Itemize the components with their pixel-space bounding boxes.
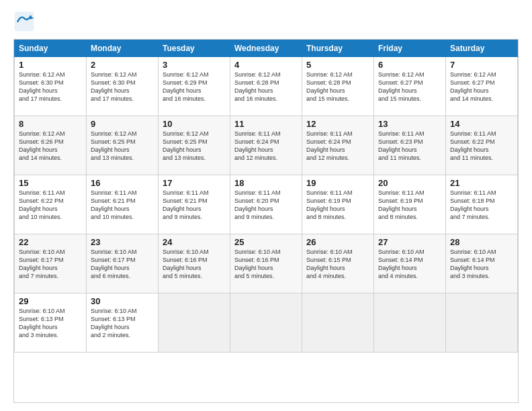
day-number: 12 bbox=[306, 119, 369, 129]
calendar-cell: 25 Sunrise: 6:10 AM Sunset: 6:16 PM Dayl… bbox=[230, 234, 302, 293]
day-number: 19 bbox=[306, 178, 369, 188]
day-number: 30 bbox=[91, 296, 154, 306]
day-number: 21 bbox=[450, 178, 513, 188]
calendar-cell bbox=[230, 293, 302, 353]
weekday-header: Thursday bbox=[302, 40, 374, 57]
day-number: 27 bbox=[378, 237, 441, 247]
calendar-cell: 5 Sunrise: 6:12 AM Sunset: 6:28 PM Dayli… bbox=[302, 57, 374, 116]
day-number: 4 bbox=[234, 60, 298, 70]
day-info: Sunrise: 6:12 AM Sunset: 6:27 PM Dayligh… bbox=[378, 71, 441, 103]
day-number: 15 bbox=[19, 178, 82, 188]
day-info: Sunrise: 6:11 AM Sunset: 6:19 PM Dayligh… bbox=[378, 189, 441, 222]
day-number: 7 bbox=[450, 60, 513, 70]
header bbox=[13, 11, 519, 32]
page: SundayMondayTuesdayWednesdayThursdayFrid… bbox=[0, 0, 532, 411]
day-number: 20 bbox=[378, 178, 441, 188]
day-info: Sunrise: 6:11 AM Sunset: 6:21 PM Dayligh… bbox=[91, 189, 154, 222]
weekday-header: Saturday bbox=[446, 40, 518, 57]
logo-icon bbox=[13, 11, 35, 32]
day-number: 10 bbox=[163, 119, 226, 129]
calendar-cell: 28 Sunrise: 6:10 AM Sunset: 6:14 PM Dayl… bbox=[446, 234, 518, 293]
day-number: 23 bbox=[91, 237, 154, 247]
weekday-header: Wednesday bbox=[230, 40, 302, 57]
day-info: Sunrise: 6:11 AM Sunset: 6:24 PM Dayligh… bbox=[234, 130, 298, 163]
day-info: Sunrise: 6:10 AM Sunset: 6:14 PM Dayligh… bbox=[378, 248, 441, 281]
calendar: SundayMondayTuesdayWednesdayThursdayFrid… bbox=[13, 39, 519, 403]
day-number: 29 bbox=[19, 296, 82, 306]
day-info: Sunrise: 6:11 AM Sunset: 6:20 PM Dayligh… bbox=[234, 189, 298, 222]
logo bbox=[13, 11, 39, 32]
calendar-cell: 22 Sunrise: 6:10 AM Sunset: 6:17 PM Dayl… bbox=[15, 234, 87, 293]
day-number: 22 bbox=[19, 237, 82, 247]
day-number: 6 bbox=[378, 60, 441, 70]
calendar-week-row: 1 Sunrise: 6:12 AM Sunset: 6:30 PM Dayli… bbox=[15, 57, 518, 116]
calendar-cell: 11 Sunrise: 6:11 AM Sunset: 6:24 PM Dayl… bbox=[230, 116, 302, 175]
calendar-cell: 21 Sunrise: 6:11 AM Sunset: 6:18 PM Dayl… bbox=[446, 175, 518, 234]
calendar-cell: 27 Sunrise: 6:10 AM Sunset: 6:14 PM Dayl… bbox=[374, 234, 446, 293]
day-info: Sunrise: 6:12 AM Sunset: 6:26 PM Dayligh… bbox=[19, 130, 82, 163]
day-info: Sunrise: 6:10 AM Sunset: 6:16 PM Dayligh… bbox=[234, 248, 298, 281]
day-info: Sunrise: 6:10 AM Sunset: 6:13 PM Dayligh… bbox=[19, 307, 82, 340]
day-info: Sunrise: 6:11 AM Sunset: 6:23 PM Dayligh… bbox=[378, 130, 441, 163]
calendar-cell: 8 Sunrise: 6:12 AM Sunset: 6:26 PM Dayli… bbox=[15, 116, 87, 175]
day-info: Sunrise: 6:11 AM Sunset: 6:19 PM Dayligh… bbox=[306, 189, 369, 222]
day-info: Sunrise: 6:11 AM Sunset: 6:22 PM Dayligh… bbox=[450, 130, 513, 163]
calendar-cell: 17 Sunrise: 6:11 AM Sunset: 6:21 PM Dayl… bbox=[159, 175, 230, 234]
calendar-cell: 30 Sunrise: 6:10 AM Sunset: 6:13 PM Dayl… bbox=[87, 293, 159, 353]
day-number: 16 bbox=[91, 178, 154, 188]
day-number: 14 bbox=[450, 119, 513, 129]
day-number: 18 bbox=[234, 178, 298, 188]
calendar-cell: 13 Sunrise: 6:11 AM Sunset: 6:23 PM Dayl… bbox=[374, 116, 446, 175]
calendar-cell bbox=[374, 293, 446, 353]
day-number: 3 bbox=[163, 60, 226, 70]
day-info: Sunrise: 6:12 AM Sunset: 6:27 PM Dayligh… bbox=[450, 71, 513, 103]
calendar-cell: 24 Sunrise: 6:10 AM Sunset: 6:16 PM Dayl… bbox=[159, 234, 230, 293]
day-number: 1 bbox=[19, 60, 82, 70]
day-info: Sunrise: 6:12 AM Sunset: 6:25 PM Dayligh… bbox=[163, 130, 226, 163]
calendar-cell bbox=[302, 293, 374, 353]
weekday-header: Tuesday bbox=[159, 40, 230, 57]
day-number: 28 bbox=[450, 237, 513, 247]
weekday-header: Monday bbox=[87, 40, 159, 57]
day-info: Sunrise: 6:12 AM Sunset: 6:25 PM Dayligh… bbox=[91, 130, 154, 163]
calendar-cell: 23 Sunrise: 6:10 AM Sunset: 6:17 PM Dayl… bbox=[87, 234, 159, 293]
day-number: 11 bbox=[234, 119, 298, 129]
calendar-week-row: 22 Sunrise: 6:10 AM Sunset: 6:17 PM Dayl… bbox=[15, 234, 518, 293]
day-info: Sunrise: 6:12 AM Sunset: 6:30 PM Dayligh… bbox=[91, 71, 154, 103]
day-info: Sunrise: 6:11 AM Sunset: 6:24 PM Dayligh… bbox=[306, 130, 369, 163]
calendar-cell: 10 Sunrise: 6:12 AM Sunset: 6:25 PM Dayl… bbox=[159, 116, 230, 175]
day-info: Sunrise: 6:12 AM Sunset: 6:29 PM Dayligh… bbox=[163, 71, 226, 103]
calendar-cell: 18 Sunrise: 6:11 AM Sunset: 6:20 PM Dayl… bbox=[230, 175, 302, 234]
day-info: Sunrise: 6:11 AM Sunset: 6:18 PM Dayligh… bbox=[450, 189, 513, 222]
calendar-cell: 26 Sunrise: 6:10 AM Sunset: 6:15 PM Dayl… bbox=[302, 234, 374, 293]
day-info: Sunrise: 6:12 AM Sunset: 6:28 PM Dayligh… bbox=[306, 71, 369, 103]
calendar-cell: 6 Sunrise: 6:12 AM Sunset: 6:27 PM Dayli… bbox=[374, 57, 446, 116]
day-info: Sunrise: 6:11 AM Sunset: 6:22 PM Dayligh… bbox=[19, 189, 82, 222]
calendar-cell: 4 Sunrise: 6:12 AM Sunset: 6:28 PM Dayli… bbox=[230, 57, 302, 116]
day-info: Sunrise: 6:10 AM Sunset: 6:13 PM Dayligh… bbox=[91, 307, 154, 340]
day-info: Sunrise: 6:11 AM Sunset: 6:21 PM Dayligh… bbox=[163, 189, 226, 222]
day-number: 13 bbox=[378, 119, 441, 129]
calendar-cell: 15 Sunrise: 6:11 AM Sunset: 6:22 PM Dayl… bbox=[15, 175, 87, 234]
calendar-cell bbox=[446, 293, 518, 353]
calendar-cell: 7 Sunrise: 6:12 AM Sunset: 6:27 PM Dayli… bbox=[446, 57, 518, 116]
day-number: 2 bbox=[91, 60, 154, 70]
calendar-cell: 3 Sunrise: 6:12 AM Sunset: 6:29 PM Dayli… bbox=[159, 57, 230, 116]
calendar-week-row: 8 Sunrise: 6:12 AM Sunset: 6:26 PM Dayli… bbox=[15, 116, 518, 175]
calendar-week-row: 29 Sunrise: 6:10 AM Sunset: 6:13 PM Dayl… bbox=[15, 293, 518, 353]
calendar-cell: 16 Sunrise: 6:11 AM Sunset: 6:21 PM Dayl… bbox=[87, 175, 159, 234]
calendar-cell: 9 Sunrise: 6:12 AM Sunset: 6:25 PM Dayli… bbox=[87, 116, 159, 175]
day-number: 24 bbox=[163, 237, 226, 247]
day-number: 17 bbox=[163, 178, 226, 188]
weekday-header: Sunday bbox=[15, 40, 87, 57]
calendar-cell bbox=[159, 293, 230, 353]
day-info: Sunrise: 6:10 AM Sunset: 6:16 PM Dayligh… bbox=[163, 248, 226, 281]
day-number: 26 bbox=[306, 237, 369, 247]
calendar-cell: 19 Sunrise: 6:11 AM Sunset: 6:19 PM Dayl… bbox=[302, 175, 374, 234]
day-info: Sunrise: 6:10 AM Sunset: 6:17 PM Dayligh… bbox=[91, 248, 154, 281]
day-info: Sunrise: 6:10 AM Sunset: 6:17 PM Dayligh… bbox=[19, 248, 82, 281]
calendar-cell: 14 Sunrise: 6:11 AM Sunset: 6:22 PM Dayl… bbox=[446, 116, 518, 175]
weekday-header: Friday bbox=[374, 40, 446, 57]
day-number: 9 bbox=[91, 119, 154, 129]
weekday-header-row: SundayMondayTuesdayWednesdayThursdayFrid… bbox=[15, 40, 518, 57]
